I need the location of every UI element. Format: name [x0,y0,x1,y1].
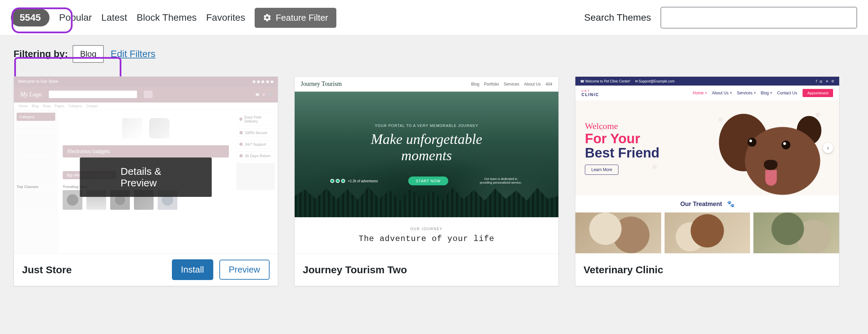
social-icons: f ◎ ✕ ℗ [816,79,834,83]
thumb-treatment-heading: Our Treatment 🐾 [575,196,839,212]
theme-thumbnail: Journey Tourism Blog Portfolio Services … [295,77,558,253]
theme-card-veterinary-clinic[interactable]: ☎ Welcome to Pet Clinic Center! ✉ Suppor… [575,76,840,286]
theme-card-just-store[interactable]: Welcome to Our Store ◉ ◉ ◉ ◉ ◉ My Logo ☎… [14,76,278,286]
thumb-hero: Welcome For Your Best Friend Learn More [575,100,839,196]
themes-toolbar: 5545 Popular Latest Block Themes Favorit… [0,0,868,36]
thumb-appointment-button: Appointment [803,89,833,97]
thumb-header: VET CLINIC Home + About Us + Services + … [575,86,839,100]
thumb-brand: Journey Tourism [301,80,342,88]
thumb-start-button: START NOW [408,177,448,185]
search-themes-input[interactable] [660,7,857,29]
theme-footer: Just Store Install Preview [14,253,278,286]
theme-name: Veterinary Clinic [584,264,831,276]
theme-name: Just Store [22,264,166,276]
details-preview-button[interactable]: Details & Preview [80,157,212,197]
filter-row: Filtering by: Blog Edit Filters [0,36,868,76]
thumb-topbar: ☎ Welcome to Pet Clinic Center! ✉ Suppor… [575,77,839,86]
theme-footer: Journey Tourism Two [295,253,558,286]
feature-filter-label: Feature Filter [276,13,328,23]
carousel-next-icon: › [823,143,833,153]
theme-footer: Veterinary Clinic [575,253,839,286]
thumb-nav: Blog Portfolio Services About Us 404 [471,82,552,87]
themes-count-pill: 5545 [11,9,50,26]
thumb-dog-image [697,100,839,196]
theme-thumbnail: Welcome to Our Store ◉ ◉ ◉ ◉ ◉ My Logo ☎… [14,77,278,253]
tab-favorites[interactable]: Favorites [206,12,245,23]
thumb-bottom: OUR JOURNEY The adventure of your life [295,217,558,253]
search-themes-label: Search Themes [584,12,651,23]
paw-icon: 🐾 [727,200,734,208]
preview-button[interactable]: Preview [219,260,270,280]
filter-tag-blog[interactable]: Blog [73,45,104,63]
theme-card-journey-tourism[interactable]: Journey Tourism Blog Portfolio Services … [294,76,559,286]
theme-name: Journey Tourism Two [303,264,550,276]
thumb-hero: YOUR PORTAL TO A VERY MEMORABLE JOURNEY … [295,92,558,217]
edit-filters-link[interactable]: Edit Filters [111,49,155,59]
tab-latest[interactable]: Latest [101,12,127,23]
thumb-treatment-strip [575,212,839,253]
tab-popular[interactable]: Popular [59,12,92,23]
install-button[interactable]: Install [172,259,213,280]
gear-icon [263,13,272,22]
theme-thumbnail: ☎ Welcome to Pet Clinic Center! ✉ Suppor… [575,77,839,253]
filtering-by-label: Filtering by: [14,49,68,59]
themes-grid: Welcome to Our Store ◉ ◉ ◉ ◉ ◉ My Logo ☎… [0,76,868,286]
tab-block-themes[interactable]: Block Themes [137,12,197,23]
feature-filter-button[interactable]: Feature Filter [255,8,336,28]
